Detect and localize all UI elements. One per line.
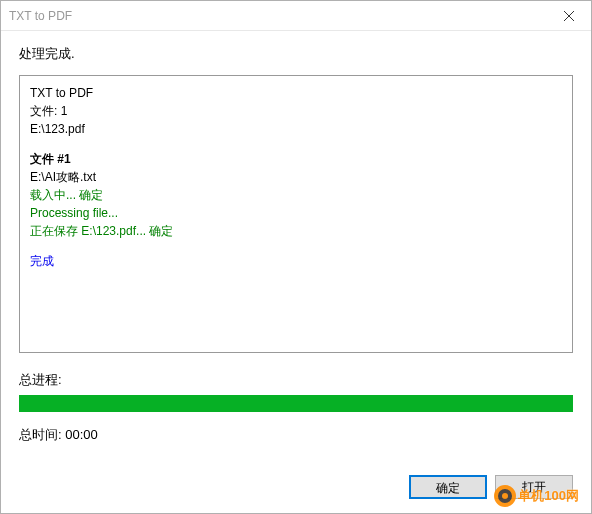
titlebar: TXT to PDF bbox=[1, 1, 591, 31]
time-label: 总时间: 00:00 bbox=[19, 426, 573, 444]
log-done: 完成 bbox=[30, 252, 562, 270]
dialog-window: TXT to PDF 处理完成. TXT to PDF 文件: 1 E:\123… bbox=[0, 0, 592, 514]
footer-buttons: 确定 打开 单机100网 bbox=[1, 463, 591, 513]
progress-section: 总进程: bbox=[19, 371, 573, 412]
window-title: TXT to PDF bbox=[9, 9, 72, 23]
log-line: TXT to PDF bbox=[30, 84, 562, 102]
log-saving: 正在保存 E:\123.pdf... 确定 bbox=[30, 222, 562, 240]
log-processing: Processing file... bbox=[30, 204, 562, 222]
progress-label: 总进程: bbox=[19, 371, 573, 389]
content-area: 处理完成. TXT to PDF 文件: 1 E:\123.pdf 文件 #1 … bbox=[1, 31, 591, 463]
log-file-path: E:\AI攻略.txt bbox=[30, 168, 562, 186]
close-button[interactable] bbox=[546, 1, 591, 31]
log-line: 文件: 1 bbox=[30, 102, 562, 120]
log-output[interactable]: TXT to PDF 文件: 1 E:\123.pdf 文件 #1 E:\AI攻… bbox=[19, 75, 573, 353]
log-file-header: 文件 #1 bbox=[30, 150, 562, 168]
ok-button[interactable]: 确定 bbox=[409, 475, 487, 499]
log-loading: 载入中... 确定 bbox=[30, 186, 562, 204]
open-button[interactable]: 打开 bbox=[495, 475, 573, 499]
log-line: E:\123.pdf bbox=[30, 120, 562, 138]
status-label: 处理完成. bbox=[19, 45, 573, 63]
close-icon bbox=[564, 11, 574, 21]
progress-bar bbox=[19, 395, 573, 412]
progress-fill bbox=[19, 395, 573, 412]
